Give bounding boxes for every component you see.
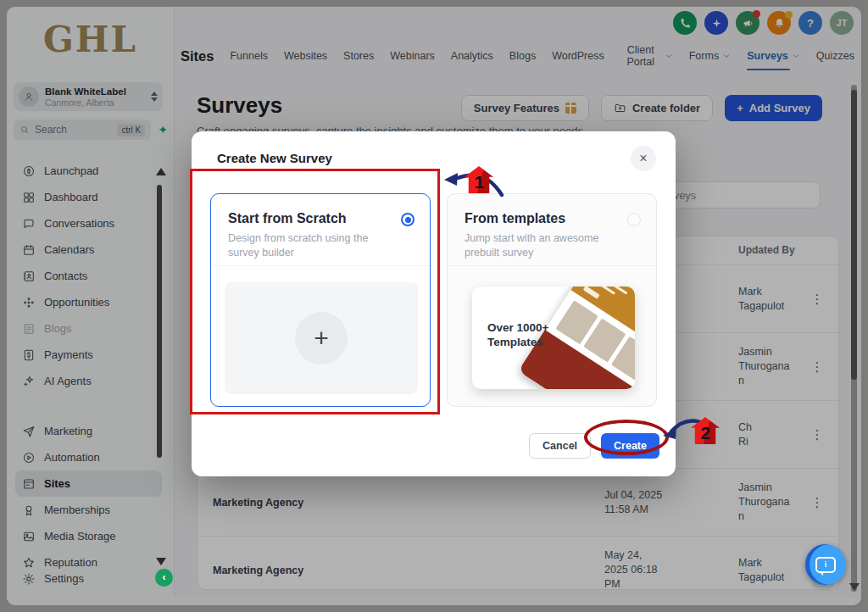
sidebar-collapse-button[interactable]: ‹: [155, 569, 173, 587]
close-icon: ×: [639, 151, 647, 166]
annotation-highlight-ellipse: [584, 420, 669, 455]
templates-thumbnail-text: Over 1000+ Templates: [487, 320, 548, 349]
annotation-step-1-marker: 1: [465, 166, 493, 193]
chat-bubble-icon: i: [815, 557, 836, 573]
option-from-templates[interactable]: From templates Jump start with an awesom…: [447, 193, 657, 407]
templates-thumbnail: Over 1000+ Templates: [472, 287, 635, 389]
modal-title: Create New Survey: [217, 151, 332, 165]
chat-widget-button[interactable]: i: [805, 544, 846, 585]
option-title: From templates: [465, 211, 565, 226]
modal-close-button[interactable]: ×: [631, 146, 656, 171]
radio-unselected-icon[interactable]: [627, 213, 641, 226]
card-divider: [448, 265, 656, 266]
window-frame: GHL Blank WhiteLabel Canmore, Alberta Se…: [0, 0, 868, 612]
cancel-button[interactable]: Cancel: [529, 433, 591, 459]
annotation-highlight-rect: [190, 169, 440, 414]
option-description: Jump start with an awesome prebuilt surv…: [465, 231, 626, 260]
annotation-step-2-marker: 2: [691, 417, 720, 444]
